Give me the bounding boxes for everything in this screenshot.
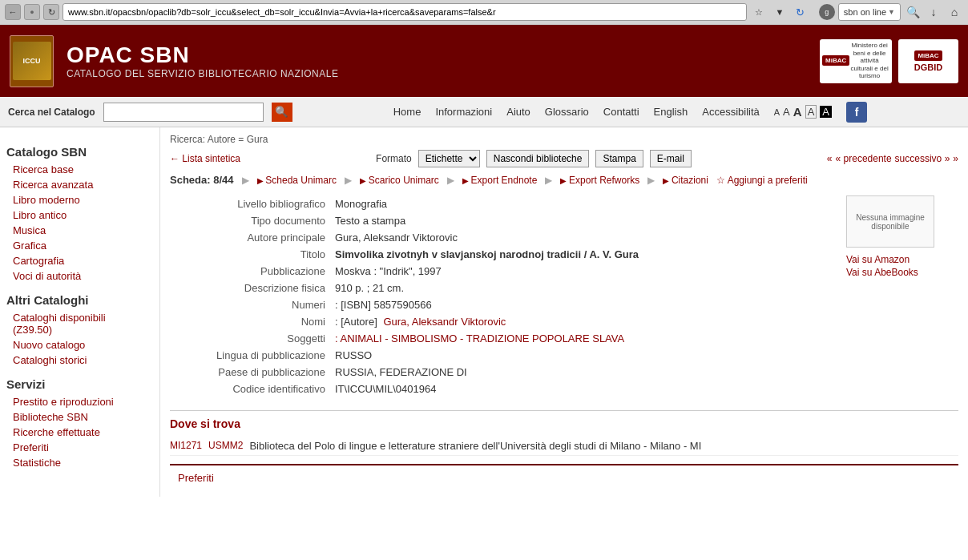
browser-toolbar: ← ● ↻ ☆ ▼ ↻ g sbn on line ▼ 🔍 ↓ ⌂: [0, 0, 968, 24]
download-icon[interactable]: ↓: [925, 3, 942, 21]
record-actions: Scheda: 8/44 ▶ Scheda Unimarc ▶ Scarico …: [170, 174, 958, 186]
altri-cataloghi-title: Altri Cataloghi: [6, 293, 153, 307]
nav-home[interactable]: Home: [393, 106, 421, 118]
search-go-button[interactable]: 🔍: [272, 103, 292, 122]
scarico-unimarc-link[interactable]: Scarico Unimarc: [360, 175, 439, 186]
vai-amazon-link[interactable]: Vai su Amazon: [846, 254, 958, 265]
pagination-next[interactable]: successivo »: [895, 153, 950, 164]
back-button[interactable]: ←: [5, 4, 21, 20]
browser-search: sbn on line ▼: [838, 3, 901, 21]
breadcrumb: Ricerca: Autore = Gura: [170, 134, 958, 145]
table-row: Livello bibliografico Monografia: [170, 195, 833, 212]
stampa-button[interactable]: Stampa: [595, 150, 643, 167]
nomi-prefix: : [Autore]: [335, 316, 377, 328]
soggetti-label: Soggetti: [170, 330, 330, 347]
pagination-last[interactable]: »: [953, 153, 958, 164]
mibac-logo: MiBAC Ministero dei beni e delle attivit…: [820, 39, 892, 83]
dgbid-text: DGBID: [914, 62, 942, 72]
aggiungi-preferiti-link[interactable]: ☆ Aggiungi a preferiti: [716, 175, 808, 186]
library-code-usmm2[interactable]: USMM2: [208, 440, 243, 451]
sidebar-item-biblioteche-sbn[interactable]: Biblioteche SBN: [6, 409, 153, 425]
sidebar-item-prestito[interactable]: Prestito e riproduzioni: [6, 394, 153, 409]
separator-2: ▶: [345, 175, 352, 186]
search-icon[interactable]: 🔍: [904, 3, 922, 21]
nav-english[interactable]: English: [654, 106, 688, 118]
tipo-doc-label: Tipo documento: [170, 212, 330, 229]
sidebar-item-musica[interactable]: Musica: [6, 223, 153, 238]
nav-glossario[interactable]: Glossario: [545, 106, 589, 118]
table-row: Tipo documento Testo a stampa: [170, 212, 833, 229]
partner-logos: MiBAC Ministero dei beni e delle attivit…: [820, 39, 958, 83]
dove-si-trova-title: Dove si trova: [170, 417, 958, 430]
site-header: ICCU OPAC SBN CATALOGO DEL SERVIZIO BIBL…: [0, 25, 968, 97]
sidebar-item-cataloghi-storici[interactable]: Cataloghi storici: [6, 353, 153, 368]
no-image-box: Nessuna immagine disponibile: [846, 195, 934, 248]
contrast-high[interactable]: A: [820, 106, 832, 118]
email-button[interactable]: E-mail: [650, 150, 692, 167]
pagination-first[interactable]: «: [827, 153, 833, 164]
sidebar-item-libro-antico[interactable]: Libro antico: [6, 207, 153, 223]
nav-contatti[interactable]: Contatti: [603, 106, 639, 118]
search-input[interactable]: [103, 103, 264, 122]
numeri-value: : [ISBN] 5857590566: [330, 296, 833, 313]
font-size-large[interactable]: A: [793, 105, 802, 119]
sidebar-item-cartografia[interactable]: Cartografia: [6, 253, 153, 268]
main-layout: Catalogo SBN Ricerca base Ricerca avanza…: [0, 127, 968, 497]
search-go-icon: 🔍: [275, 106, 288, 118]
contrast-normal[interactable]: A: [805, 105, 817, 119]
library-row: MI1271 USMM2 Biblioteca del Polo di ling…: [170, 437, 958, 456]
citazioni-link[interactable]: Citazioni: [663, 175, 708, 186]
pubblicazione-label: Pubblicazione: [170, 263, 330, 280]
sidebar-item-grafica[interactable]: Grafica: [6, 238, 153, 253]
forward-button[interactable]: ●: [24, 4, 40, 20]
record-sidebar: Nessuna immagine disponibile Vai su Amaz…: [846, 195, 958, 397]
sidebar-item-voci-autorita[interactable]: Voci di autorità: [6, 268, 153, 284]
logo-iccu-text: ICCU: [23, 57, 41, 65]
facebook-icon[interactable]: f: [846, 102, 867, 123]
catalogo-sbn-title: Catalogo SBN: [6, 145, 153, 159]
sidebar-item-ricerca-base[interactable]: Ricerca base: [6, 162, 153, 177]
sidebar-item-nuovo-catalogo[interactable]: Nuovo catalogo: [6, 337, 153, 353]
browser-search-text: sbn on line: [844, 7, 886, 17]
nav-accessibilita[interactable]: Accessibilità: [702, 106, 760, 118]
record-nav: ← Lista sintetica Formato Etichette Nasc…: [170, 150, 958, 167]
descrizione-label: Descrizione fisica: [170, 280, 330, 296]
table-row: Descrizione fisica 910 p. ; 21 cm.: [170, 280, 833, 296]
soggetti-link[interactable]: : ANIMALI - SIMBOLISMO - TRADIZIONE POPO…: [335, 332, 624, 344]
font-size-medium[interactable]: A: [783, 106, 790, 118]
home-icon[interactable]: ⌂: [946, 3, 963, 21]
dgbid-logo: MiBAC DGBID: [898, 39, 958, 83]
sidebar-item-libro-moderno[interactable]: Libro moderno: [6, 192, 153, 207]
sidebar-item-statistiche[interactable]: Statistiche: [6, 455, 153, 470]
footer-bar: Preferiti: [170, 464, 958, 490]
sidebar-item-cataloghi-z39[interactable]: Cataloghi disponibili (Z39.50): [6, 310, 153, 337]
vai-abebooks-link[interactable]: Vai su AbeBooks: [846, 267, 958, 278]
nav-informazioni[interactable]: Informazioni: [435, 106, 492, 118]
export-endnote-link[interactable]: Export Endnote: [462, 175, 538, 186]
nomi-label: Nomi: [170, 313, 330, 330]
reload-button[interactable]: ↻: [43, 4, 59, 20]
nav-aiuto[interactable]: Aiuto: [506, 106, 530, 118]
pagination-prev[interactable]: « precedente: [836, 153, 892, 164]
sidebar-item-ricerche-effettuate[interactable]: Ricerche effettuate: [6, 425, 153, 440]
search-nav-bar: Cerca nel Catalogo 🔍 Home Informazioni A…: [0, 97, 968, 127]
export-refworks-link[interactable]: Export Refworks: [560, 175, 639, 186]
nomi-link[interactable]: Gura, Aleksandr Viktorovic: [383, 316, 506, 328]
library-code-mi1271[interactable]: MI1271: [170, 440, 202, 451]
scheda-label: Scheda: 8/44: [170, 174, 234, 186]
scheda-unimarc-link[interactable]: Scheda Unimarc: [257, 175, 337, 186]
record-fields: Livello bibliografico Monografia Tipo do…: [170, 195, 833, 397]
search-dropdown-icon[interactable]: ▼: [888, 8, 895, 16]
nascondi-biblioteche-button[interactable]: Nascondi biblioteche: [486, 150, 590, 167]
font-size-small[interactable]: A: [774, 107, 780, 117]
address-bar[interactable]: [63, 3, 747, 21]
refresh-icon[interactable]: ↻: [792, 3, 809, 21]
table-row: Lingua di pubblicazione RUSSO: [170, 347, 833, 364]
sidebar-item-preferiti[interactable]: Preferiti: [6, 440, 153, 455]
back-to-list-link[interactable]: ← Lista sintetica: [170, 153, 240, 164]
bookmark-icon[interactable]: ☆: [750, 3, 768, 21]
sidebar-item-ricerca-avanzata[interactable]: Ricerca avanzata: [6, 177, 153, 192]
preferiti-link[interactable]: Preferiti: [178, 472, 214, 484]
autore-label: Autore principale: [170, 229, 330, 246]
format-select[interactable]: Etichette: [418, 150, 480, 167]
